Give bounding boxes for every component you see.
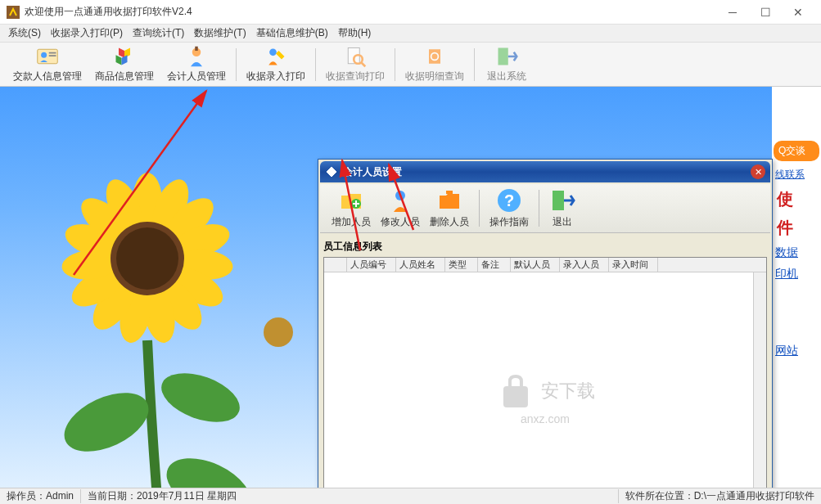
dialog-close-button[interactable]: ✕ bbox=[751, 164, 765, 179]
dialog-toolbar: 增加人员 修改人员 删除人员 ? 操作指南 退出 bbox=[320, 184, 770, 233]
watermark-text: 安下载 bbox=[541, 380, 595, 401]
tool-label: 修改人员 bbox=[381, 215, 420, 229]
svg-rect-3 bbox=[49, 52, 56, 54]
employee-list[interactable]: 人员编号 人员姓名 类型 备注 默认人员 录入人员 录入时间 安下载 anxz.… bbox=[323, 257, 767, 488]
tool-label: 操作指南 bbox=[489, 215, 529, 229]
col-default[interactable]: 默认人员 bbox=[511, 258, 560, 272]
watermark-sub: anxz.com bbox=[495, 412, 595, 425]
data-link[interactable]: 数据 bbox=[775, 245, 818, 260]
boxes-icon bbox=[113, 45, 136, 68]
col-name[interactable]: 人员姓名 bbox=[396, 258, 445, 272]
statusbar: 操作员：Admin 当前日期：2019年7月11日 星期四 软件所在位置：D:\… bbox=[0, 488, 821, 504]
svg-rect-41 bbox=[503, 386, 528, 407]
separator bbox=[315, 48, 316, 81]
search-doc-icon bbox=[344, 45, 367, 68]
dialog-icon bbox=[325, 165, 338, 178]
dialog-titlebar[interactable]: 会计人员设置 ✕ bbox=[320, 161, 770, 182]
svg-rect-40 bbox=[553, 191, 564, 210]
main-toolbar: 交款人信息管理 商品信息管理 会计人员管理 收据录入打印 收据查询打印 收据明细… bbox=[0, 43, 821, 87]
tool-label: 增加人员 bbox=[332, 215, 371, 229]
printer-link[interactable]: 印机 bbox=[775, 267, 818, 281]
product-info-button[interactable]: 商品信息管理 bbox=[88, 43, 160, 85]
exit-button[interactable]: 退出系统 bbox=[478, 43, 535, 85]
website-link[interactable]: 网站 bbox=[775, 344, 818, 358]
svg-point-2 bbox=[41, 52, 47, 58]
menu-query-stats[interactable]: 查询统计(T) bbox=[128, 25, 189, 42]
exit-door-icon bbox=[549, 187, 575, 214]
tool-label: 退出 bbox=[553, 215, 572, 229]
promo-text-1: 使 bbox=[777, 188, 816, 210]
magnify-icon bbox=[423, 45, 446, 68]
svg-point-36 bbox=[395, 191, 405, 200]
col-entry-person[interactable]: 录入人员 bbox=[560, 258, 609, 272]
close-button[interactable]: ✕ bbox=[782, 1, 814, 24]
svg-line-10 bbox=[361, 62, 365, 66]
tool-label: 收据明细查询 bbox=[405, 70, 464, 83]
person-edit-icon bbox=[264, 45, 287, 68]
sunflower-image bbox=[25, 152, 336, 488]
svg-point-30 bbox=[116, 227, 178, 290]
tool-label: 收据查询打印 bbox=[326, 70, 385, 83]
menu-basic-info[interactable]: 基础信息维护(B) bbox=[251, 25, 333, 42]
exit-icon bbox=[495, 45, 518, 68]
right-sidebar: Q交谈 线联系 使 件 数据 印机 网站 bbox=[772, 87, 821, 488]
payer-info-button[interactable]: 交款人信息管理 bbox=[7, 43, 88, 85]
col-remark[interactable]: 备注 bbox=[478, 258, 511, 272]
user-card-icon bbox=[36, 45, 59, 68]
col-entry-time[interactable]: 录入时间 bbox=[609, 258, 658, 272]
tool-label: 收据录入打印 bbox=[246, 70, 305, 83]
contact-link[interactable]: 线联系 bbox=[775, 168, 818, 182]
guide-button[interactable]: ? 操作指南 bbox=[485, 186, 534, 231]
add-person-button[interactable]: 增加人员 bbox=[327, 186, 376, 231]
dialog-exit-button[interactable]: 退出 bbox=[544, 186, 580, 231]
list-title: 员工信息列表 bbox=[323, 236, 767, 257]
date-value: 2019年7月11日 星期四 bbox=[137, 490, 237, 502]
col-selector[interactable] bbox=[324, 258, 347, 272]
menu-help[interactable]: 帮助(H) bbox=[333, 25, 377, 42]
separator bbox=[236, 48, 237, 81]
maximize-button[interactable]: ☐ bbox=[749, 1, 782, 24]
dialog-title: 会计人员设置 bbox=[343, 165, 751, 179]
location-value: D:\一点通通用收据打印软件 bbox=[694, 490, 814, 502]
vertical-scrollbar[interactable] bbox=[753, 272, 766, 488]
separator bbox=[395, 48, 395, 81]
list-header: 人员编号 人员姓名 类型 备注 默认人员 录入人员 录入时间 bbox=[324, 258, 766, 272]
delete-person-button[interactable]: 删除人员 bbox=[425, 186, 474, 231]
person-icon bbox=[185, 45, 208, 68]
svg-rect-13 bbox=[498, 48, 508, 65]
svg-rect-37 bbox=[446, 191, 453, 194]
folder-add-icon bbox=[338, 187, 364, 214]
menu-system[interactable]: 系统(S) bbox=[3, 25, 46, 42]
menu-data-maint[interactable]: 数据维护(T) bbox=[189, 25, 250, 42]
main-content: Q交谈 线联系 使 件 数据 印机 网站 会计人员设置 ✕ 增加人员 修改人员 … bbox=[0, 87, 821, 488]
receipt-detail-button[interactable]: 收据明细查询 bbox=[399, 43, 471, 85]
col-id[interactable]: 人员编号 bbox=[347, 258, 396, 272]
window-titlebar: 欢迎使用一点通通用收据打印软件V2.4 ─ ☐ ✕ bbox=[0, 0, 821, 25]
separator bbox=[539, 190, 539, 227]
tool-label: 交款人信息管理 bbox=[13, 70, 82, 83]
window-title: 欢迎使用一点通通用收据打印软件V2.4 bbox=[25, 5, 716, 19]
operator-value: Admin bbox=[46, 490, 74, 502]
svg-text:?: ? bbox=[504, 191, 514, 209]
qq-chat-button[interactable]: Q交谈 bbox=[774, 141, 819, 161]
tool-label: 商品信息管理 bbox=[95, 70, 154, 83]
menubar: 系统(S) 收据录入打印(P) 查询统计(T) 数据维护(T) 基础信息维护(B… bbox=[0, 25, 821, 43]
accountant-dialog: 会计人员设置 ✕ 增加人员 修改人员 删除人员 ? 操作指南 bbox=[318, 159, 773, 488]
tool-label: 删除人员 bbox=[430, 215, 469, 229]
svg-point-32 bbox=[155, 363, 246, 431]
location-label: 软件所在位置： bbox=[625, 490, 694, 502]
operator-label: 操作员： bbox=[7, 490, 46, 502]
minimize-button[interactable]: ─ bbox=[716, 1, 749, 24]
menu-receipt-input[interactable]: 收据录入打印(P) bbox=[46, 25, 128, 42]
accountant-button[interactable]: 会计人员管理 bbox=[160, 43, 232, 85]
date-cell: 当前日期：2019年7月11日 星期四 bbox=[81, 489, 619, 503]
svg-point-34 bbox=[264, 317, 293, 347]
location-cell: 软件所在位置：D:\一点通通用收据打印软件 bbox=[619, 489, 821, 503]
col-type[interactable]: 类型 bbox=[445, 258, 478, 272]
receipt-query-button[interactable]: 收据查询打印 bbox=[319, 43, 391, 85]
edit-person-button[interactable]: 修改人员 bbox=[376, 186, 425, 231]
receipt-input-button[interactable]: 收据录入打印 bbox=[240, 43, 312, 85]
tool-label: 退出系统 bbox=[487, 70, 526, 83]
svg-point-33 bbox=[157, 447, 259, 488]
watermark: 安下载 anxz.com bbox=[495, 371, 595, 425]
